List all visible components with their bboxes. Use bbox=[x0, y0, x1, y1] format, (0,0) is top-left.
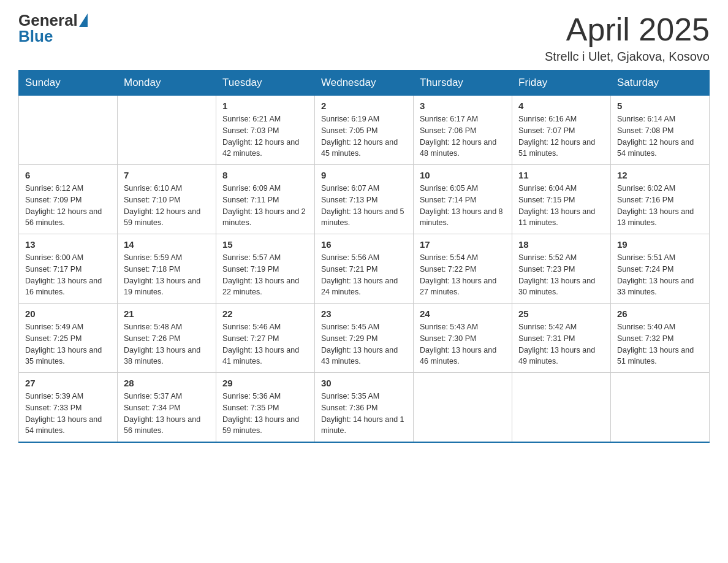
month-title: April 2025 bbox=[545, 12, 710, 47]
calendar-cell: 24Sunrise: 5:43 AMSunset: 7:30 PMDayligh… bbox=[414, 304, 512, 373]
day-number: 22 bbox=[222, 308, 308, 319]
day-info: Sunrise: 5:46 AMSunset: 7:27 PMDaylight:… bbox=[222, 321, 308, 367]
calendar-cell: 20Sunrise: 5:49 AMSunset: 7:25 PMDayligh… bbox=[19, 304, 118, 373]
calendar-cell bbox=[512, 373, 611, 443]
day-number: 12 bbox=[617, 170, 703, 180]
title-section: April 2025 Strellc i Ulet, Gjakova, Koso… bbox=[545, 12, 710, 64]
day-number: 1 bbox=[222, 101, 308, 111]
day-number: 18 bbox=[518, 239, 604, 250]
day-number: 2 bbox=[321, 101, 407, 111]
day-number: 28 bbox=[124, 378, 210, 388]
day-number: 17 bbox=[420, 239, 506, 250]
calendar-cell: 16Sunrise: 5:56 AMSunset: 7:21 PMDayligh… bbox=[315, 234, 414, 304]
calendar-cell: 11Sunrise: 6:04 AMSunset: 7:15 PMDayligh… bbox=[512, 165, 611, 234]
day-number: 25 bbox=[518, 308, 604, 319]
calendar-cell: 1Sunrise: 6:21 AMSunset: 7:03 PMDaylight… bbox=[216, 96, 315, 165]
day-info: Sunrise: 6:09 AMSunset: 7:11 PMDaylight:… bbox=[222, 183, 308, 229]
day-info: Sunrise: 5:40 AMSunset: 7:32 PMDaylight:… bbox=[617, 321, 703, 367]
day-number: 20 bbox=[25, 308, 111, 319]
calendar-cell: 25Sunrise: 5:42 AMSunset: 7:31 PMDayligh… bbox=[512, 304, 611, 373]
logo-blue-text: Blue bbox=[18, 28, 88, 44]
day-info: Sunrise: 5:51 AMSunset: 7:24 PMDaylight:… bbox=[617, 252, 703, 298]
calendar-cell: 26Sunrise: 5:40 AMSunset: 7:32 PMDayligh… bbox=[611, 304, 710, 373]
calendar-cell: 14Sunrise: 5:59 AMSunset: 7:18 PMDayligh… bbox=[118, 234, 216, 304]
weekday-header-saturday: Saturday bbox=[611, 71, 710, 96]
calendar-cell: 22Sunrise: 5:46 AMSunset: 7:27 PMDayligh… bbox=[216, 304, 315, 373]
day-number: 6 bbox=[25, 170, 111, 180]
calendar-cell: 19Sunrise: 5:51 AMSunset: 7:24 PMDayligh… bbox=[611, 234, 710, 304]
calendar-week-row: 27Sunrise: 5:39 AMSunset: 7:33 PMDayligh… bbox=[19, 373, 710, 443]
calendar-cell bbox=[19, 96, 118, 165]
day-info: Sunrise: 5:48 AMSunset: 7:26 PMDaylight:… bbox=[124, 321, 210, 367]
day-info: Sunrise: 6:04 AMSunset: 7:15 PMDaylight:… bbox=[518, 183, 604, 229]
day-number: 5 bbox=[617, 101, 703, 111]
day-info: Sunrise: 5:36 AMSunset: 7:35 PMDaylight:… bbox=[222, 391, 308, 437]
calendar-cell: 29Sunrise: 5:36 AMSunset: 7:35 PMDayligh… bbox=[216, 373, 315, 443]
day-info: Sunrise: 5:54 AMSunset: 7:22 PMDaylight:… bbox=[420, 252, 506, 298]
calendar-cell: 27Sunrise: 5:39 AMSunset: 7:33 PMDayligh… bbox=[19, 373, 118, 443]
day-number: 3 bbox=[420, 101, 506, 111]
day-info: Sunrise: 6:21 AMSunset: 7:03 PMDaylight:… bbox=[222, 113, 308, 159]
calendar-cell: 21Sunrise: 5:48 AMSunset: 7:26 PMDayligh… bbox=[118, 304, 216, 373]
weekday-header-sunday: Sunday bbox=[19, 71, 118, 96]
day-number: 29 bbox=[222, 378, 308, 388]
calendar-cell: 8Sunrise: 6:09 AMSunset: 7:11 PMDaylight… bbox=[216, 165, 315, 234]
day-info: Sunrise: 6:19 AMSunset: 7:05 PMDaylight:… bbox=[321, 113, 407, 159]
calendar-cell: 17Sunrise: 5:54 AMSunset: 7:22 PMDayligh… bbox=[414, 234, 512, 304]
calendar-cell: 12Sunrise: 6:02 AMSunset: 7:16 PMDayligh… bbox=[611, 165, 710, 234]
day-number: 16 bbox=[321, 239, 407, 250]
day-info: Sunrise: 6:00 AMSunset: 7:17 PMDaylight:… bbox=[25, 252, 111, 298]
day-number: 7 bbox=[124, 170, 210, 180]
calendar-week-row: 6Sunrise: 6:12 AMSunset: 7:09 PMDaylight… bbox=[19, 165, 710, 234]
day-number: 11 bbox=[518, 170, 604, 180]
day-info: Sunrise: 6:16 AMSunset: 7:07 PMDaylight:… bbox=[518, 113, 604, 159]
calendar-cell: 13Sunrise: 6:00 AMSunset: 7:17 PMDayligh… bbox=[19, 234, 118, 304]
weekday-header-wednesday: Wednesday bbox=[315, 71, 414, 96]
calendar-cell: 18Sunrise: 5:52 AMSunset: 7:23 PMDayligh… bbox=[512, 234, 611, 304]
day-number: 10 bbox=[420, 170, 506, 180]
calendar-table: SundayMondayTuesdayWednesdayThursdayFrid… bbox=[18, 70, 710, 443]
calendar-week-row: 1Sunrise: 6:21 AMSunset: 7:03 PMDaylight… bbox=[19, 96, 710, 165]
calendar-cell: 4Sunrise: 6:16 AMSunset: 7:07 PMDaylight… bbox=[512, 96, 611, 165]
day-info: Sunrise: 6:17 AMSunset: 7:06 PMDaylight:… bbox=[420, 113, 506, 159]
day-info: Sunrise: 5:52 AMSunset: 7:23 PMDaylight:… bbox=[518, 252, 604, 298]
day-number: 30 bbox=[321, 378, 407, 388]
logo-triangle-icon bbox=[79, 13, 88, 27]
calendar-cell: 5Sunrise: 6:14 AMSunset: 7:08 PMDaylight… bbox=[611, 96, 710, 165]
day-info: Sunrise: 5:42 AMSunset: 7:31 PMDaylight:… bbox=[518, 321, 604, 367]
day-number: 14 bbox=[124, 239, 210, 250]
day-info: Sunrise: 6:02 AMSunset: 7:16 PMDaylight:… bbox=[617, 183, 703, 229]
day-info: Sunrise: 6:12 AMSunset: 7:09 PMDaylight:… bbox=[25, 183, 111, 229]
day-number: 15 bbox=[222, 239, 308, 250]
day-info: Sunrise: 5:35 AMSunset: 7:36 PMDaylight:… bbox=[321, 391, 407, 437]
logo: General Blue bbox=[18, 12, 88, 44]
day-number: 21 bbox=[124, 308, 210, 319]
day-info: Sunrise: 5:37 AMSunset: 7:34 PMDaylight:… bbox=[124, 391, 210, 437]
page-header: General Blue April 2025 Strellc i Ulet, … bbox=[18, 12, 710, 64]
day-number: 23 bbox=[321, 308, 407, 319]
calendar-cell: 7Sunrise: 6:10 AMSunset: 7:10 PMDaylight… bbox=[118, 165, 216, 234]
calendar-cell: 2Sunrise: 6:19 AMSunset: 7:05 PMDaylight… bbox=[315, 96, 414, 165]
weekday-header-row: SundayMondayTuesdayWednesdayThursdayFrid… bbox=[19, 71, 710, 96]
day-number: 9 bbox=[321, 170, 407, 180]
day-info: Sunrise: 6:07 AMSunset: 7:13 PMDaylight:… bbox=[321, 183, 407, 229]
day-info: Sunrise: 5:45 AMSunset: 7:29 PMDaylight:… bbox=[321, 321, 407, 367]
location-subtitle: Strellc i Ulet, Gjakova, Kosovo bbox=[545, 50, 710, 64]
day-info: Sunrise: 6:05 AMSunset: 7:14 PMDaylight:… bbox=[420, 183, 506, 229]
day-number: 27 bbox=[25, 378, 111, 388]
weekday-header-tuesday: Tuesday bbox=[216, 71, 315, 96]
logo-general-text: General bbox=[18, 12, 78, 28]
day-info: Sunrise: 6:14 AMSunset: 7:08 PMDaylight:… bbox=[617, 113, 703, 159]
day-info: Sunrise: 5:43 AMSunset: 7:30 PMDaylight:… bbox=[420, 321, 506, 367]
calendar-cell: 30Sunrise: 5:35 AMSunset: 7:36 PMDayligh… bbox=[315, 373, 414, 443]
calendar-cell bbox=[611, 373, 710, 443]
calendar-cell: 3Sunrise: 6:17 AMSunset: 7:06 PMDaylight… bbox=[414, 96, 512, 165]
weekday-header-monday: Monday bbox=[118, 71, 216, 96]
calendar-cell bbox=[118, 96, 216, 165]
calendar-cell: 6Sunrise: 6:12 AMSunset: 7:09 PMDaylight… bbox=[19, 165, 118, 234]
day-info: Sunrise: 5:39 AMSunset: 7:33 PMDaylight:… bbox=[25, 391, 111, 437]
day-number: 8 bbox=[222, 170, 308, 180]
calendar-cell: 23Sunrise: 5:45 AMSunset: 7:29 PMDayligh… bbox=[315, 304, 414, 373]
calendar-cell bbox=[414, 373, 512, 443]
day-info: Sunrise: 5:49 AMSunset: 7:25 PMDaylight:… bbox=[25, 321, 111, 367]
